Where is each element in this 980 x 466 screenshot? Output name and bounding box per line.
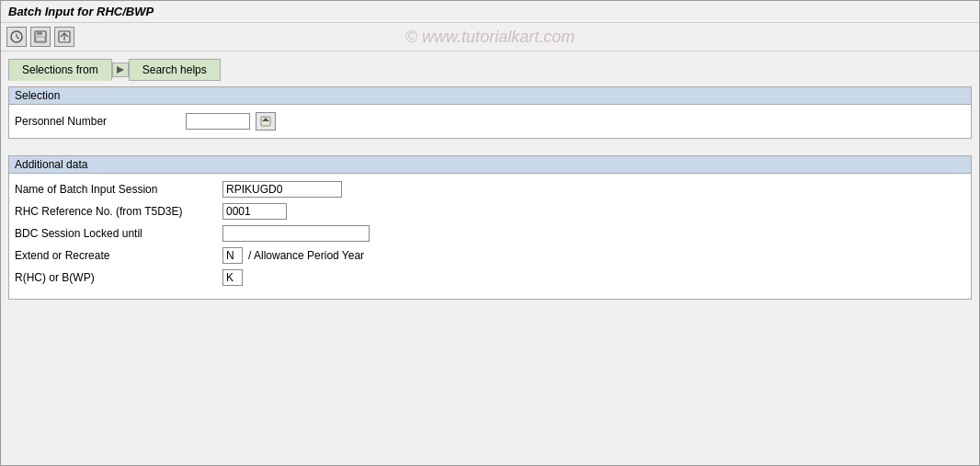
svg-rect-5 <box>36 37 45 41</box>
rhc-reference-row: RHC Reference No. (from T5D3E) <box>15 203 965 220</box>
expand-icon[interactable] <box>54 27 74 47</box>
extend-recreate-row: Extend or Recreate / Allowance Period Ye… <box>15 247 965 264</box>
rhc-bwp-input[interactable] <box>222 269 243 286</box>
selections-from-tab[interactable]: Selections from <box>8 59 112 81</box>
window-title: Batch Input for RHC/BWP <box>8 5 154 18</box>
search-helps-label: Search helps <box>142 63 207 76</box>
batch-session-name-input[interactable] <box>222 181 342 198</box>
extend-recreate-label: Extend or Recreate <box>15 249 217 262</box>
batch-session-name-label: Name of Batch Input Session <box>15 183 217 196</box>
personnel-number-label: Personnel Number <box>15 115 180 128</box>
svg-marker-8 <box>117 66 124 74</box>
selection-section: Selection Personnel Number <box>8 86 972 139</box>
rhc-reference-input[interactable] <box>222 203 287 220</box>
additional-data-section: Additional data Name of Batch Input Sess… <box>8 155 972 300</box>
rhc-reference-label: RHC Reference No. (from T5D3E) <box>15 205 217 218</box>
tab-row: Selections from Search helps <box>8 59 972 81</box>
save-icon[interactable] <box>30 27 51 47</box>
extend-recreate-input[interactable] <box>222 247 243 264</box>
toolbar: © www.tutorialkart.com <box>1 23 979 51</box>
content-area: Selections from Search helps Selection P… <box>1 51 979 316</box>
tab-arrow-icon[interactable] <box>112 63 129 77</box>
clock-icon[interactable] <box>6 27 27 47</box>
svg-rect-4 <box>37 31 42 35</box>
batch-session-name-row: Name of Batch Input Session <box>15 181 965 198</box>
selection-header: Selection <box>9 87 971 105</box>
title-bar: Batch Input for RHC/BWP <box>1 1 979 23</box>
additional-data-body: Name of Batch Input Session RHC Referenc… <box>9 174 971 299</box>
bdc-locked-row: BDC Session Locked until <box>15 225 965 242</box>
search-helps-tab[interactable]: Search helps <box>129 59 221 81</box>
personnel-number-input[interactable] <box>186 113 250 130</box>
bdc-locked-label: BDC Session Locked until <box>15 227 217 240</box>
additional-data-header: Additional data <box>9 156 971 174</box>
allowance-period-label: / Allowance Period Year <box>248 249 364 262</box>
rhc-bwp-label: R(HC) or B(WP) <box>15 271 217 284</box>
rhc-bwp-row: R(HC) or B(WP) <box>15 269 965 286</box>
main-window: Batch Input for RHC/BWP © www.tut <box>0 0 980 466</box>
selections-from-label: Selections from <box>22 63 98 76</box>
watermark: © www.tutorialkart.com <box>405 28 575 47</box>
personnel-number-arrow-btn[interactable] <box>256 112 276 131</box>
svg-line-2 <box>17 37 19 39</box>
bdc-locked-input[interactable] <box>222 225 370 242</box>
personnel-number-row: Personnel Number <box>9 105 971 138</box>
